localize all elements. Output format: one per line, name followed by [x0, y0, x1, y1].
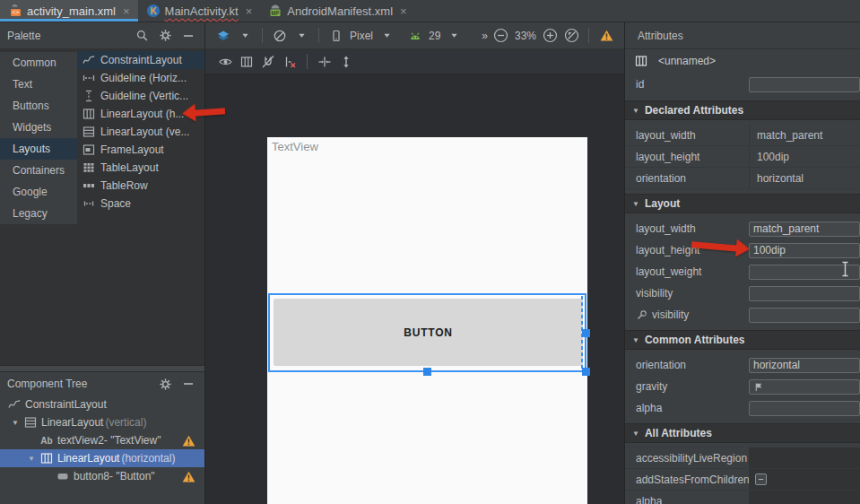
section-header-declared-attributes[interactable]: ▼Declared Attributes — [625, 100, 860, 120]
palette-item-space[interactable]: Space — [77, 195, 204, 213]
palette-category-legacy[interactable]: Legacy — [0, 203, 77, 224]
palette-item-framelayout[interactable]: FrameLayout — [77, 141, 204, 159]
gear-icon[interactable] — [156, 376, 174, 392]
palette-item-guideline-horiz[interactable]: Guideline (Horiz... — [77, 69, 204, 87]
palette-item-label: ConstraintLayout — [100, 54, 182, 66]
attribute-row-layout-width: layout_widthmatch_parent — [625, 125, 860, 146]
palette-item-tablerow[interactable]: TableRow — [77, 177, 204, 195]
attribute-input-layout-width[interactable]: match_parent — [749, 222, 860, 237]
section-header-common-attributes[interactable]: ▼Common Attributes — [625, 330, 860, 350]
chevron-down-icon[interactable] — [378, 27, 395, 45]
palette-category-common[interactable]: Common — [0, 52, 77, 74]
layers-icon[interactable] — [215, 27, 231, 45]
palette-item-linearlayout-ve[interactable]: LinearLayout (ve... — [77, 123, 204, 141]
panel-splitter[interactable] — [0, 365, 204, 372]
attribute-label: accessibilityLiveRegion — [625, 452, 749, 465]
palette-item-label: Guideline (Vertic... — [100, 90, 188, 102]
button-widget[interactable]: BUTTON — [274, 299, 583, 366]
design-editor: Pixel29 »33% TextView BUTTON — [205, 22, 624, 504]
zoom-in-icon[interactable] — [542, 27, 558, 45]
chevron-down-icon[interactable] — [237, 27, 253, 45]
palette-title: Palette — [7, 30, 127, 42]
palette-item-guideline-vertic[interactable]: Guideline (Vertic... — [77, 87, 204, 105]
svg-text:<>: <> — [12, 9, 19, 15]
phone-icon[interactable] — [328, 27, 344, 45]
resize-handle-bottom[interactable] — [423, 368, 431, 376]
checkbox-addstatesfromchildren[interactable]: − — [755, 474, 767, 485]
chevron-down-icon[interactable] — [446, 27, 462, 45]
section-title: Declared Attributes — [645, 104, 743, 117]
theme-icon[interactable] — [272, 27, 288, 45]
gear-icon[interactable] — [156, 28, 174, 44]
design-canvas[interactable]: TextView BUTTON — [205, 74, 624, 504]
toolbar-text-[interactable]: » — [482, 30, 488, 42]
attribute-input-alpha[interactable] — [749, 401, 860, 416]
palette-item-constraintlayout[interactable]: ConstraintLayout — [77, 51, 204, 69]
tree-node-linearlayout-vertical[interactable]: ▼LinearLayout(vertical) — [0, 413, 204, 431]
toolbar-separator — [307, 54, 308, 69]
attribute-input-layout-height[interactable]: 100dip — [749, 243, 860, 258]
zoom-out-icon[interactable] — [493, 27, 509, 45]
resize-handle-right[interactable] — [582, 329, 590, 337]
tree-node-textview2-textview[interactable]: AbtextView2- "TextView" — [0, 431, 204, 449]
close-icon[interactable]: × — [123, 4, 130, 18]
tree-node-constraintlayout[interactable]: ConstraintLayout — [0, 395, 204, 413]
palette-item-tablelayout[interactable]: TableLayout — [77, 159, 204, 177]
palette-category-widgets[interactable]: Widgets — [0, 117, 77, 138]
kotlin-file-icon: K — [146, 4, 161, 18]
attributes-component-row: <unnamed> — [625, 49, 860, 73]
palette-item-label: LinearLayout (h... — [100, 108, 184, 120]
columns-icon[interactable] — [239, 53, 255, 71]
tab-androidmanifest-xml[interactable]: MFAndroidManifest.xml× — [260, 0, 414, 22]
close-icon[interactable]: × — [400, 4, 407, 18]
magnet-off-icon[interactable] — [260, 53, 276, 71]
search-icon[interactable] — [133, 28, 151, 44]
toolbar-text-29[interactable]: 29 — [429, 30, 440, 42]
default-margins-icon[interactable] — [317, 53, 333, 71]
attribute-input-gravity[interactable] — [749, 379, 860, 395]
tab-mainactivity-kt[interactable]: KMainActivity.kt× — [138, 0, 261, 22]
table-layout-icon — [82, 161, 96, 175]
section-header-all-attributes[interactable]: ▼All Attributes — [625, 423, 860, 443]
tab-label: activity_main.xml — [27, 4, 116, 18]
close-icon[interactable]: × — [246, 4, 253, 18]
zoom-fit-icon[interactable] — [563, 27, 579, 45]
palette-category-buttons[interactable]: Buttons — [0, 95, 77, 117]
toolbar-separator — [262, 28, 263, 43]
attribute-value: match_parent — [749, 125, 860, 145]
attribute-input-visibility[interactable] — [749, 308, 860, 323]
palette-category-text[interactable]: Text — [0, 74, 77, 95]
expand-arrow-icon[interactable]: ▼ — [23, 455, 39, 463]
palette-category-google[interactable]: Google — [0, 181, 77, 203]
id-input[interactable] — [749, 77, 860, 92]
tab-activity-main-xml[interactable]: <>activity_main.xml× — [0, 0, 138, 22]
attribute-input-orientation[interactable]: horizontal — [749, 358, 860, 373]
attribute-label: addStatesFromChildren — [625, 474, 749, 486]
attribute-label: layout_height — [625, 151, 749, 163]
toolbar-text-pixel[interactable]: Pixel — [350, 30, 373, 42]
attribute-value — [749, 491, 860, 504]
attribute-label: layout_width — [625, 222, 749, 235]
minimize-icon[interactable] — [179, 376, 197, 392]
attribute-label: alpha — [625, 402, 749, 414]
clear-constraints-icon[interactable] — [282, 53, 298, 71]
attributes-title: Attributes — [625, 22, 860, 49]
toolbar-text-33[interactable]: 33% — [515, 30, 536, 42]
palette-category-containers[interactable]: Containers — [0, 160, 77, 181]
section-header-layout[interactable]: ▼Layout — [625, 194, 860, 213]
selected-linearlayout-overlay[interactable]: BUTTON — [268, 293, 586, 372]
eye-icon[interactable] — [217, 53, 233, 71]
warning-icon[interactable] — [598, 27, 614, 45]
palette-category-layouts[interactable]: Layouts — [0, 138, 77, 160]
pack-vertical-icon[interactable] — [338, 53, 354, 71]
textview-widget[interactable]: TextView — [272, 140, 318, 153]
tree-node-linearlayout-horizontal[interactable]: ▼LinearLayout(horizontal) — [0, 449, 204, 467]
chevron-down-icon[interactable] — [293, 27, 309, 45]
resize-handle-bottom-right[interactable] — [582, 368, 590, 376]
tree-node-button8-button[interactable]: button8- "Button" — [0, 467, 204, 485]
attribute-input-visibility[interactable] — [749, 286, 860, 301]
expand-arrow-icon[interactable]: ▼ — [7, 419, 23, 427]
attribute-row-layout-weight: layout_weight — [625, 261, 860, 282]
minimize-icon[interactable] — [179, 28, 197, 44]
android-icon[interactable] — [407, 27, 423, 45]
